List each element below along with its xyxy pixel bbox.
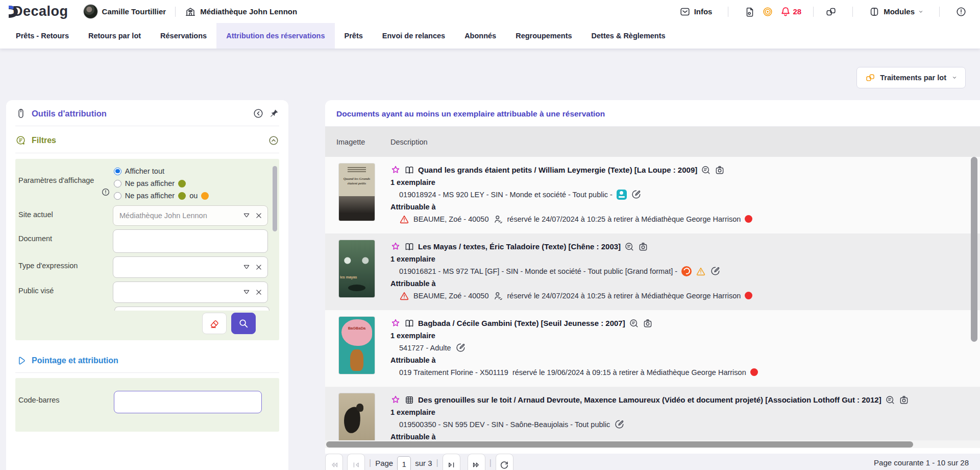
modules-menu[interactable]: Modules — [869, 6, 923, 17]
edit-item-icon[interactable] — [455, 342, 466, 353]
document-title[interactable]: Quand les grands étaient petits / Willia… — [418, 166, 697, 174]
search-button[interactable] — [231, 313, 256, 334]
tab-r-servations[interactable]: Réservations — [151, 23, 216, 49]
filter-icon — [15, 135, 27, 146]
barcode-input[interactable] — [114, 391, 262, 413]
document-thumbnail[interactable]: Des Grenouilles sur le toit — [339, 393, 375, 442]
divider — [728, 7, 728, 17]
help-icon[interactable] — [955, 6, 967, 17]
warning-icon — [399, 291, 409, 301]
radio-button[interactable] — [114, 180, 121, 187]
collapse-filters-icon[interactable] — [268, 135, 279, 146]
batch-actions-button[interactable]: Traitements par lot — [856, 67, 966, 88]
link-icon[interactable] — [825, 6, 837, 17]
tab-dettes-r-glements[interactable]: Dettes & Règlements — [582, 23, 675, 49]
dropdown-icon[interactable] — [242, 288, 251, 297]
collapse-panel-icon[interactable] — [253, 108, 264, 119]
clear-icon[interactable] — [254, 211, 263, 220]
collection-badge-teal — [617, 190, 627, 200]
documents-title: Documents ayant au moins un exemplaire a… — [325, 100, 980, 119]
notifications-button[interactable]: 28 — [780, 6, 801, 17]
next-page-button[interactable] — [443, 454, 460, 470]
olive-status-dot — [178, 192, 186, 200]
previous-page-button[interactable] — [347, 454, 365, 470]
cover-image-icon[interactable] — [643, 318, 653, 328]
detail-view-icon[interactable] — [701, 165, 711, 175]
document-input[interactable] — [113, 229, 268, 253]
item-details: 541727 - Adulte — [399, 344, 451, 352]
page-number-input[interactable] — [397, 456, 411, 470]
edit-item-icon[interactable] — [710, 266, 721, 276]
site-field-label: Site actuel — [18, 205, 113, 226]
library-selector[interactable]: Médiathèque John Lennon — [185, 6, 297, 17]
page-label: Page — [375, 459, 393, 467]
tab-regroupements[interactable]: Regroupements — [506, 23, 581, 49]
next-field-partial — [114, 307, 270, 311]
filters-title: Filtres — [32, 136, 56, 145]
clear-icon[interactable] — [254, 288, 263, 297]
user-menu[interactable]: Camille Tourtillier — [84, 5, 166, 18]
document-thumbnail[interactable]: BaGBaDa — [339, 317, 375, 374]
new-item-icon — [390, 318, 401, 328]
tab-pr-ts-retours[interactable]: Prêts - Retours — [6, 23, 79, 49]
clear-icon[interactable] — [254, 263, 263, 272]
table-header: Imagette Description — [325, 127, 980, 157]
radio-hide-green-or-orange[interactable]: Ne pas afficher ou — [114, 190, 268, 202]
subscriber-link-icon[interactable] — [493, 214, 503, 224]
thumbnail-caption: Quand les Grands étaient petits — [340, 177, 373, 185]
divider — [852, 7, 853, 17]
cover-image-icon[interactable] — [715, 165, 725, 175]
dropdown-icon[interactable] — [242, 211, 251, 220]
info-icon[interactable] — [101, 187, 110, 197]
document-title[interactable]: Les Mayas / textes, Éric Taladoire (Text… — [418, 242, 621, 251]
document-field-label: Document — [18, 229, 113, 253]
clear-filters-button[interactable] — [202, 313, 227, 334]
item-details: 019016821 - MS 972 TAL [GF] - SIN - Mond… — [399, 267, 677, 275]
document-title[interactable]: Des grenouilles sur le toit / Arnaud Dev… — [418, 395, 881, 404]
library-icon — [185, 6, 196, 17]
expression-type-label: Type d'expression — [18, 256, 113, 278]
chevron-down-icon — [918, 9, 923, 14]
document-title[interactable]: Bagbada / Cécile Gambini (Texte) [Seuil … — [418, 319, 625, 327]
detail-view-icon[interactable] — [624, 242, 634, 252]
dropdown-icon[interactable] — [242, 263, 251, 272]
last-page-button[interactable] — [468, 454, 485, 470]
documents-icon[interactable] — [744, 6, 755, 17]
document-row: Des Grenouilles sur le toitDes grenouill… — [325, 387, 980, 442]
cover-image-icon[interactable] — [638, 242, 648, 252]
radio-button[interactable] — [114, 168, 121, 175]
first-page-button[interactable] — [325, 454, 343, 470]
thumbnail-caption: les mayas — [340, 275, 357, 279]
document-thumbnail[interactable]: Quand les Grands étaient petits — [339, 163, 375, 221]
attribution-tools-panel: Outils d'attribution Filtres Paramètres … — [6, 100, 288, 470]
horizontal-scrollbar[interactable] — [325, 440, 980, 448]
mouse-icon — [15, 108, 27, 119]
infos-button[interactable]: Infos — [679, 6, 713, 17]
radio-show-all[interactable]: Afficher tout — [114, 165, 268, 177]
search-icon — [238, 318, 249, 329]
radio-button[interactable] — [114, 192, 121, 200]
tab-abonn-s[interactable]: Abonnés — [455, 23, 506, 49]
tab-envoi-de-relances[interactable]: Envoi de relances — [373, 23, 455, 49]
edit-item-icon[interactable] — [614, 419, 625, 430]
reservation-line: 019 Traitement Florine - X501119réservé … — [390, 366, 980, 379]
decalog-logo[interactable]: Decalog — [7, 4, 68, 19]
copies-count: 1 exemplaire — [390, 176, 980, 188]
document-thumbnail[interactable]: les mayas — [339, 240, 375, 297]
detail-view-icon[interactable] — [629, 318, 639, 328]
tab-pr-ts[interactable]: Prêts — [335, 23, 373, 49]
document-row: les mayasLes Mayas / textes, Éric Talado… — [325, 233, 980, 310]
tab-attribution-des-r-servations[interactable]: Attribution des réservations — [216, 23, 334, 49]
subscriber-link-icon[interactable] — [493, 291, 503, 301]
radio-hide-green[interactable]: Ne pas afficher — [114, 177, 268, 190]
filters-scrollbar[interactable] — [273, 166, 277, 231]
detail-view-icon[interactable] — [885, 395, 895, 405]
refresh-button[interactable] — [496, 454, 513, 470]
attributable-heading: Attribuable à — [390, 354, 980, 366]
edit-item-icon[interactable] — [631, 189, 642, 200]
pin-icon[interactable] — [269, 108, 279, 119]
cover-image-icon[interactable] — [899, 395, 909, 405]
tab-retours-par-lot[interactable]: Retours par lot — [79, 23, 151, 49]
broadcast-icon[interactable] — [762, 6, 773, 17]
vertical-scrollbar[interactable] — [971, 157, 977, 342]
